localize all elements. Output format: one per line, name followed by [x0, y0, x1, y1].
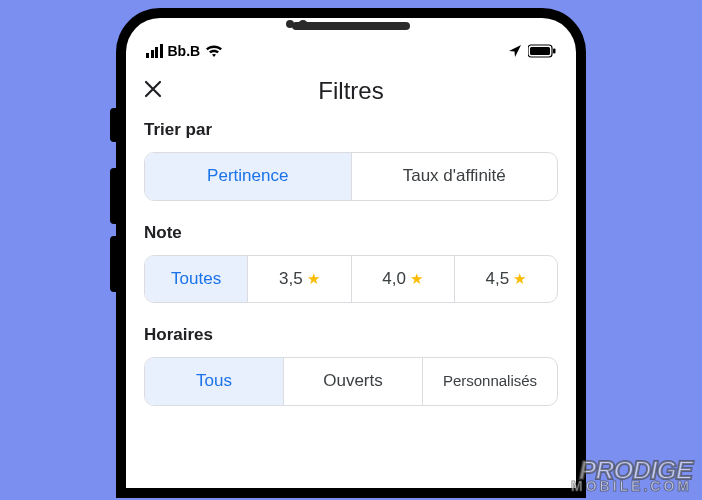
rating-option-3-5[interactable]: 3,5★ — [247, 256, 350, 303]
rating-value: 4,5 — [486, 270, 510, 289]
star-icon: ★ — [513, 271, 526, 288]
page-title: Filtres — [126, 77, 576, 105]
phone-frame: Bb.B Filtres Trier par — [116, 8, 586, 498]
svg-rect-1 — [530, 47, 550, 55]
watermark: PRODIGE MOBILE.COM — [571, 460, 692, 492]
watermark-line2: MOBILE.COM — [571, 481, 692, 492]
screen: Bb.B Filtres Trier par — [126, 18, 576, 488]
close-icon — [144, 80, 162, 98]
rating-option-all[interactable]: Toutes — [145, 256, 247, 303]
status-bar: Bb.B — [126, 40, 576, 66]
sort-options: Pertinence Taux d'affinité — [144, 152, 558, 201]
hours-option-open[interactable]: Ouverts — [283, 358, 422, 405]
modal-header: Filtres — [126, 66, 576, 112]
star-icon: ★ — [410, 271, 423, 288]
wifi-icon — [205, 44, 223, 58]
hours-option-all[interactable]: Tous — [145, 358, 283, 405]
side-button — [110, 108, 116, 142]
hours-options: Tous Ouverts Personnalisés — [144, 357, 558, 406]
volume-up-button — [110, 168, 116, 224]
volume-down-button — [110, 236, 116, 292]
close-button[interactable] — [144, 80, 170, 102]
content: Trier par Pertinence Taux d'affinité Not… — [126, 112, 576, 406]
star-icon: ★ — [307, 271, 320, 288]
sort-option-affinity[interactable]: Taux d'affinité — [351, 153, 558, 200]
signal-icon — [146, 44, 163, 58]
hours-option-custom[interactable]: Personnalisés — [422, 358, 557, 405]
sort-label: Trier par — [144, 120, 558, 140]
watermark-line1: PRODIGE — [579, 455, 692, 485]
rating-value: 3,5 — [279, 270, 303, 289]
location-icon — [508, 44, 522, 58]
svg-rect-2 — [553, 49, 556, 54]
rating-section: Note Toutes 3,5★ 4,0★ 4,5★ — [144, 223, 558, 304]
rating-label: Note — [144, 223, 558, 243]
battery-icon — [528, 44, 556, 58]
sort-option-relevance[interactable]: Pertinence — [145, 153, 351, 200]
carrier-label: Bb.B — [168, 43, 201, 59]
notch-speaker — [292, 22, 410, 30]
rating-options: Toutes 3,5★ 4,0★ 4,5★ — [144, 255, 558, 304]
rating-value: 4,0 — [382, 270, 406, 289]
hours-label: Horaires — [144, 325, 558, 345]
hours-section: Horaires Tous Ouverts Personnalisés — [144, 325, 558, 406]
rating-option-4-5[interactable]: 4,5★ — [454, 256, 557, 303]
rating-option-4-0[interactable]: 4,0★ — [351, 256, 454, 303]
sort-section: Trier par Pertinence Taux d'affinité — [144, 120, 558, 201]
